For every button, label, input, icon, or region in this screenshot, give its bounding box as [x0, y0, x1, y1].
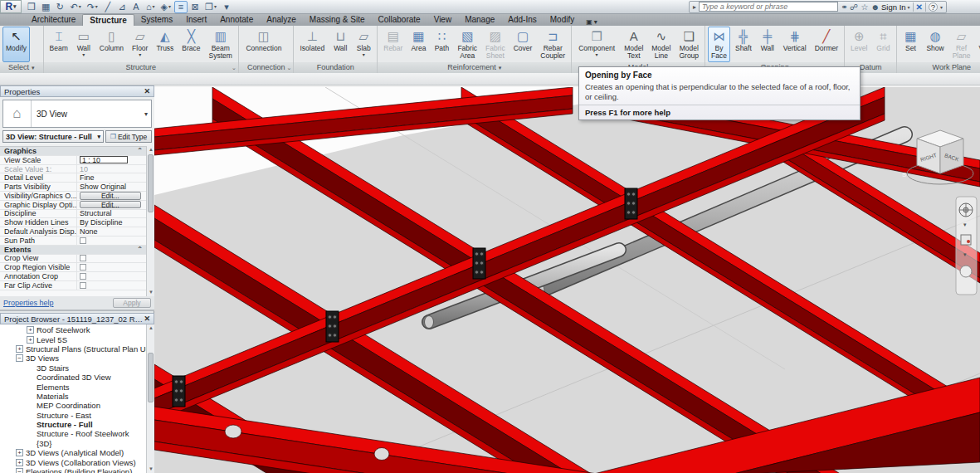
checkbox[interactable] — [80, 237, 86, 244]
panel-footer-workplane[interactable]: Work Plane — [897, 62, 980, 73]
navigation-bar[interactable]: ▾ ▾ — [956, 197, 977, 295]
properties-header[interactable]: Properties ✕ — [0, 85, 154, 97]
ribbon-button-component[interactable]: ❒Component▾ — [574, 27, 619, 62]
prop-value[interactable] — [76, 281, 146, 290]
ribbon-button-wall[interactable]: ╪Wall — [757, 27, 778, 62]
panel-footer-reinforcement[interactable]: Reinforcement▾ — [378, 62, 571, 73]
section-collapse-icon[interactable]: ⌃ — [137, 147, 146, 154]
tree-item-coordinated-3d-view[interactable]: Coordinated 3D View — [0, 373, 146, 382]
panel-footer-foundation[interactable]: Foundation — [294, 62, 377, 73]
ribbon-button-grid[interactable]: ⌗Grid — [872, 27, 894, 62]
ribbon-button-area[interactable]: ▦Area — [407, 27, 429, 62]
ribbon-button-path[interactable]: ∷Path — [431, 27, 452, 62]
qat-tag-text-icon[interactable]: A — [129, 1, 143, 13]
pan-icon[interactable] — [960, 266, 972, 277]
qat-default-3d-view-icon[interactable]: ⌂▾ — [144, 1, 158, 13]
tree-item-elevations-building-elevation[interactable]: −Elevations (Building Elevation) — [0, 467, 146, 473]
tab-architecture[interactable]: Architecture — [25, 14, 82, 26]
prop-value[interactable]: Fine — [76, 173, 146, 182]
ribbon-button-wall[interactable]: ▭Wall▾ — [73, 27, 95, 62]
tree-item-materials[interactable]: Materials — [0, 392, 146, 401]
tree-expand-icon[interactable]: − — [16, 354, 23, 362]
ribbon-button-wall[interactable]: ⊔Wall — [329, 27, 351, 62]
edit-button[interactable]: Edit... — [80, 201, 141, 209]
qat-save-icon[interactable]: ▦ — [39, 1, 52, 13]
tree-item-elements[interactable]: Elements — [0, 382, 146, 391]
edit-button[interactable]: Edit... — [80, 192, 141, 200]
prop-value[interactable]: By Discipline — [76, 218, 146, 227]
tab-view[interactable]: View — [427, 14, 459, 26]
prop-value[interactable]: None — [76, 227, 146, 236]
tree-item-level-5s[interactable]: +Level 5S — [0, 334, 146, 344]
panel-footer-structure[interactable]: Structure⌄ — [44, 62, 238, 73]
qat-thin-lines-icon[interactable]: ≡ — [174, 1, 188, 13]
qat-sync-with-central-icon[interactable]: ↻ — [53, 1, 66, 13]
prop-value[interactable] — [76, 236, 146, 245]
ribbon-display-toggle[interactable]: ▣ ▾ — [586, 18, 597, 26]
type-selector-caret-icon[interactable]: ▾ — [144, 110, 151, 118]
tree-item-3d-views[interactable]: −3D Views — [0, 354, 146, 363]
tree-item-structural-plans-structural-plan-up[interactable]: +Structural Plans (Structural Plan Up) — [0, 344, 146, 354]
qat-redo-icon[interactable]: ↷▾ — [85, 1, 100, 13]
edit-type-button[interactable]: ❒ Edit Type — [105, 130, 152, 143]
tree-item-structure-full[interactable]: Structure - Full — [0, 420, 146, 429]
checkbox[interactable] — [80, 255, 86, 261]
tree-expand-icon[interactable]: + — [16, 449, 23, 456]
tree-expand-icon[interactable]: + — [27, 336, 34, 344]
communication-center-icon[interactable]: ☍ — [850, 2, 858, 12]
scroll-thumb[interactable] — [148, 353, 154, 402]
ribbon-button-model-text[interactable]: AModel Text — [621, 27, 646, 62]
tab-annotate[interactable]: Annotate — [213, 14, 260, 26]
prop-value[interactable]: Edit... — [76, 192, 146, 200]
tab-add-ins[interactable]: Add-Ins — [501, 14, 543, 26]
tab-insert[interactable]: Insert — [179, 14, 213, 26]
section-collapse-icon[interactable]: ⌃ — [137, 246, 146, 253]
tree-item-3d-views-analytical-model[interactable]: +3D Views (Analytical Model) — [0, 448, 146, 457]
checkbox[interactable] — [80, 273, 86, 280]
project-browser-close-icon[interactable]: ✕ — [144, 315, 150, 323]
prop-row-extents[interactable]: Extents⌃ — [0, 246, 146, 255]
prop-value[interactable] — [76, 272, 146, 280]
3d-viewport-canvas[interactable]: S RIGHT BACK ▾ — [154, 87, 980, 473]
tree-item-structure-roof-steelwork[interactable]: Structure - Roof Steelwork — [0, 429, 146, 438]
panel-footer-select[interactable]: Select▾ — [0, 62, 43, 73]
ribbon-button-beam-system[interactable]: ▥Beam System — [206, 27, 236, 62]
ribbon-button-column[interactable]: ▯Column — [96, 27, 127, 62]
prop-value[interactable] — [76, 263, 146, 271]
tree-item-3d[interactable]: {3D} — [0, 439, 146, 448]
prop-value[interactable] — [76, 255, 146, 263]
panel-footer-connection[interactable]: Connection⌄ — [239, 62, 294, 73]
navbar-caret-icon[interactable]: ▾ — [963, 222, 967, 227]
ribbon-button-vertical[interactable]: ⋕Vertical — [780, 27, 810, 62]
view-filter-combo[interactable]: 3D View: Structure - Full ▾ — [2, 130, 104, 143]
apply-button[interactable]: Apply — [113, 298, 151, 308]
ribbon-button-dormer[interactable]: ╱Dormer — [812, 27, 841, 62]
prop-value[interactable]: Structural — [76, 210, 146, 218]
qat-measure-icon[interactable]: ╱ — [101, 1, 115, 13]
prop-row-graphics[interactable]: Graphics⌃ — [0, 147, 146, 156]
qat-customize-qat-icon[interactable]: ▾ — [220, 1, 233, 13]
ribbon-button-beam[interactable]: ⌶Beam — [46, 27, 71, 62]
ribbon-button-connection[interactable]: ◫Connection — [241, 27, 286, 62]
ribbon-button-cover[interactable]: ▢Cover — [510, 27, 536, 62]
checkbox[interactable] — [80, 264, 86, 271]
ribbon-button-slab[interactable]: ▱Slab▾ — [353, 27, 374, 62]
zoom-region-icon[interactable] — [961, 235, 971, 245]
qat-section-icon[interactable]: ◈▾ — [158, 1, 173, 13]
favorites-star-icon[interactable]: ☆ — [861, 2, 869, 12]
properties-scrollbar[interactable]: ▲ ▼ — [146, 146, 154, 296]
tree-expand-icon[interactable]: + — [16, 459, 23, 466]
prop-value[interactable]: Edit... — [76, 201, 146, 209]
tab-collaborate[interactable]: Collaborate — [372, 14, 427, 26]
ribbon-button-show[interactable]: ◍Show — [923, 27, 947, 62]
qat-open-icon[interactable]: ❒ — [25, 1, 38, 13]
navbar-caret-icon[interactable]: ▾ — [963, 251, 967, 257]
scroll-thumb[interactable] — [148, 154, 154, 212]
application-menu-button[interactable]: R ▾ — [0, 0, 22, 13]
prop-value[interactable]: 1 : 10 — [76, 156, 146, 164]
search-icon[interactable]: ⚭ — [841, 2, 847, 12]
ribbon-button-ref-plane[interactable]: ▱Ref Plane — [949, 27, 974, 62]
ribbon-button-modify[interactable]: ↖Modify — [2, 27, 30, 62]
type-selector[interactable]: ⌂ 3D View ▾ — [2, 100, 152, 128]
search-input[interactable] — [699, 2, 838, 12]
